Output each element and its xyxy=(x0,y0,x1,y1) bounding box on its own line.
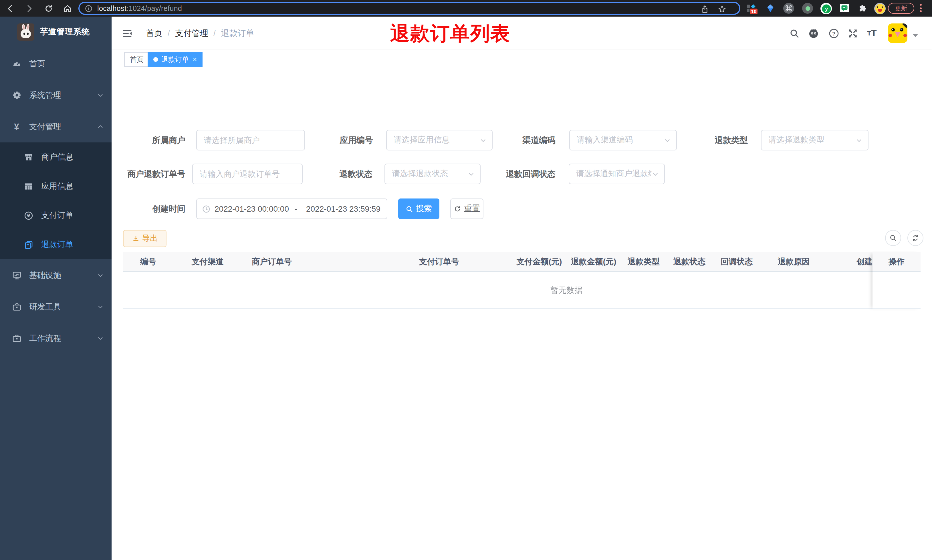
dashboard-icon xyxy=(11,59,22,69)
create-time-range-picker[interactable]: 2022-01-23 00:00:00 - 2022-01-23 23:59:5… xyxy=(196,198,388,219)
tag-refund-order[interactable]: 退款订单 × xyxy=(148,52,203,67)
chevron-down-icon xyxy=(97,335,103,342)
chevron-down-icon xyxy=(97,272,103,278)
extensions-puzzle-icon[interactable] xyxy=(858,3,867,12)
label-merchant: 所属商户 xyxy=(112,130,185,151)
bookmark-star-icon[interactable] xyxy=(717,5,727,14)
col-action: 操作 xyxy=(872,252,921,272)
col-callback-status: 回调状态 xyxy=(712,252,761,271)
sidebar-item-app-info[interactable]: 应用信息 xyxy=(0,172,112,201)
col-pay-order-no: 支付订单号 xyxy=(366,252,512,271)
app-logo[interactable]: 芋道管理系统 xyxy=(0,17,112,48)
sidebar-item-system[interactable]: 系统管理 xyxy=(0,80,112,111)
svg-text:?: ? xyxy=(832,30,835,36)
search-button[interactable]: 搜索 xyxy=(398,198,439,219)
chevron-down-icon xyxy=(97,304,103,310)
tags-view: 首页 退款订单 × xyxy=(112,50,932,69)
sidebar-item-refund-order[interactable]: 退款订单 xyxy=(0,230,112,259)
merchant-refund-no-input[interactable] xyxy=(192,164,303,184)
merchant-input[interactable] xyxy=(196,130,305,151)
refund-status-select[interactable]: 请选择退款状态 xyxy=(384,164,481,184)
main-area: 首页 / 支付管理 / 退款订单 退款订单列表 ? TT xyxy=(112,17,932,560)
app-title: 芋道管理系统 xyxy=(40,27,90,37)
col-pay-amount: 支付金额(元) xyxy=(512,252,566,271)
help-icon[interactable]: ? xyxy=(827,26,840,40)
notify-status-select[interactable]: 请选择通知商户退款结果的 xyxy=(569,164,665,184)
navbar: 首页 / 支付管理 / 退款订单 退款订单列表 ? TT xyxy=(112,17,932,50)
font-size-icon[interactable]: TT xyxy=(864,26,880,40)
extension-badge: 10 xyxy=(749,8,758,15)
extension-dot-icon[interactable] xyxy=(802,3,813,14)
hide-search-button[interactable] xyxy=(885,230,901,246)
extension-gem-icon[interactable] xyxy=(766,3,775,14)
sidebar-item-pay[interactable]: ¥ 支付管理 xyxy=(0,111,112,142)
label-refund-type: 退款类型 xyxy=(669,130,748,151)
app-select[interactable]: 请选择应用信息 xyxy=(386,130,493,151)
range-start[interactable]: 2022-01-23 00:00:00 xyxy=(215,204,289,213)
search-icon[interactable] xyxy=(787,26,801,40)
address-bar[interactable]: localhost:1024/pay/refund xyxy=(78,2,740,15)
extension-y-icon[interactable]: y xyxy=(820,3,832,14)
col-refund-amount: 退款金额(元) xyxy=(566,252,621,271)
export-button[interactable]: 导出 xyxy=(123,230,166,247)
yen-circle-icon: ¥ xyxy=(23,211,34,220)
user-avatar[interactable] xyxy=(888,23,907,43)
documents-icon xyxy=(23,240,34,249)
sidebar-item-dev-tools[interactable]: 研发工具 xyxy=(0,291,112,323)
label-notify-status: 退款回调状态 xyxy=(478,164,555,184)
empty-text: 暂无数据 xyxy=(168,272,932,309)
sidebar-item-workflow[interactable]: 工作流程 xyxy=(0,323,112,354)
label-refund-status: 退款状态 xyxy=(295,164,372,184)
sidebar-item-pay-order[interactable]: ¥ 支付订单 xyxy=(0,201,112,230)
browser-home-icon[interactable] xyxy=(63,4,72,13)
share-icon[interactable] xyxy=(700,5,709,14)
yen-icon: ¥ xyxy=(11,122,22,132)
range-separator: - xyxy=(289,204,302,213)
browser-chrome: localhost:1024/pay/refund 10 y xyxy=(0,0,932,17)
url-text[interactable]: localhost:1024/pay/refund xyxy=(97,4,182,12)
avatar-caret-icon[interactable] xyxy=(912,34,918,37)
channel-select[interactable]: 请输入渠道编码 xyxy=(569,130,677,151)
sidebar-collapse-icon[interactable] xyxy=(120,26,134,41)
breadcrumb-pay[interactable]: 支付管理 xyxy=(175,28,208,38)
extension-raycast-icon[interactable]: 10 xyxy=(746,3,757,14)
svg-text:y: y xyxy=(825,5,828,11)
chevron-down-icon xyxy=(97,92,103,98)
site-info-icon[interactable] xyxy=(85,4,93,12)
table-header-row: 编号 支付渠道 商户订单号 支付订单号 支付金额(元) 退款金额(元) 退款类型… xyxy=(123,252,921,272)
content: 所属商户 应用编号 请选择应用信息 渠道编码 请输入渠道编码 退款类型 请选择退… xyxy=(112,69,932,560)
profile-smiley-icon[interactable] xyxy=(874,3,886,14)
range-end[interactable]: 2022-01-23 23:59:59 xyxy=(306,204,381,213)
browser-menu-icon[interactable] xyxy=(920,4,922,14)
fixed-action-column: 操作 xyxy=(872,252,921,309)
label-create-time: 创建时间 xyxy=(112,198,185,219)
logo-rabbit-image xyxy=(17,23,34,41)
sidebar-item-infra[interactable]: 基础设施 xyxy=(0,260,112,291)
browser-forward-icon[interactable] xyxy=(25,4,34,13)
browser-back-icon[interactable] xyxy=(6,4,15,13)
screen: localhost:1024/pay/refund 10 y xyxy=(0,0,932,560)
refund-type-select[interactable]: 请选择退款类型 xyxy=(761,130,869,151)
col-refund-reason: 退款原因 xyxy=(761,252,827,271)
monitor-icon xyxy=(11,271,22,280)
table-empty-row: 暂无数据 xyxy=(123,272,921,309)
fullscreen-icon[interactable] xyxy=(846,26,859,40)
label-merchant-refund-no: 商户退款订单号 xyxy=(112,164,185,184)
reset-button[interactable]: 重置 xyxy=(450,198,483,219)
chevron-up-icon xyxy=(97,123,103,130)
breadcrumb-refund: 退款订单 xyxy=(221,28,254,38)
browser-reload-icon[interactable] xyxy=(44,4,53,13)
toolbox-icon xyxy=(11,302,22,312)
browser-update-button[interactable]: 更新 xyxy=(888,3,914,14)
breadcrumb-home[interactable]: 首页 xyxy=(146,28,163,38)
tag-close-icon[interactable]: × xyxy=(193,55,197,63)
extension-chat-icon[interactable] xyxy=(839,3,850,13)
refresh-button[interactable] xyxy=(907,230,923,246)
label-app: 应用编号 xyxy=(295,130,373,151)
extension-command-icon[interactable] xyxy=(783,3,794,14)
github-icon[interactable] xyxy=(807,26,820,40)
tag-home[interactable]: 首页 xyxy=(124,52,149,67)
sidebar-item-merchant-info[interactable]: 商户信息 xyxy=(0,142,112,172)
chevron-down-icon xyxy=(855,137,863,144)
sidebar-item-home[interactable]: 首页 xyxy=(0,48,112,80)
